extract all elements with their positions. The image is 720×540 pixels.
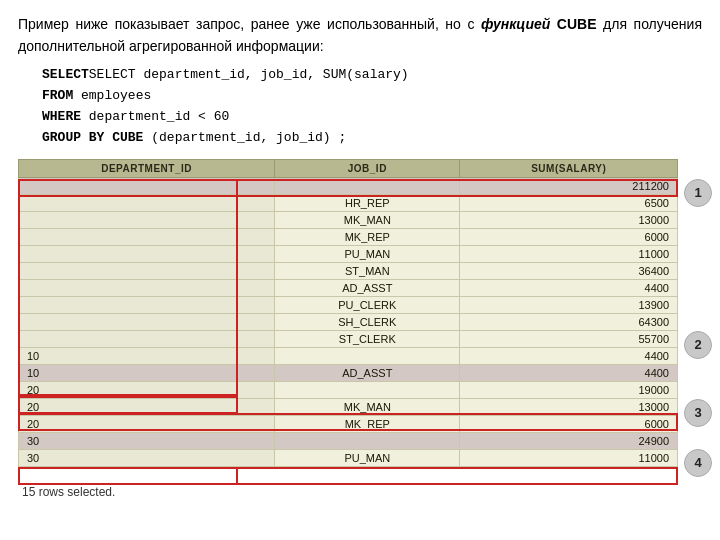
cell-job: PU_CLERK [275,296,460,313]
intro-paragraph: Пример ниже показывает запрос, ранее уже… [18,14,702,57]
cell-salary: 13000 [460,211,678,228]
badge-4: 4 [684,449,712,477]
code-line2-text: employees [73,88,151,103]
cell-dept [19,194,275,211]
red-outline-highlighted3 [18,467,678,485]
cell-job [275,347,460,364]
col-header-dept: DEPARTMENT_ID [19,159,275,177]
cell-job: MK_MAN [275,398,460,415]
col-header-job: JOB_ID [275,159,460,177]
cell-job [275,381,460,398]
cell-job: SH_CLERK [275,313,460,330]
cell-salary: 11000 [460,449,678,466]
cell-salary: 6500 [460,194,678,211]
rows-selected: 15 rows selected. [22,485,702,499]
cell-salary: 55700 [460,330,678,347]
code-line4-text: (department_id, job_id) ; [143,130,346,145]
intro-text-part1: Пример ниже показывает запрос, ранее уже… [18,16,481,32]
table-row: ST_MAN36400 [19,262,678,279]
cell-dept: 10 [19,364,275,381]
cell-salary: 11000 [460,245,678,262]
red-outline-group3 [18,467,238,485]
cell-dept [19,279,275,296]
intro-bold-italic: функцией [481,16,550,32]
cell-salary: 13900 [460,296,678,313]
cell-job: ST_CLERK [275,330,460,347]
table-row: PU_CLERK13900 [19,296,678,313]
cell-job [275,432,460,449]
table-container: DEPARTMENT_ID JOB_ID SUM(SALARY) 211200H… [18,159,678,467]
table-row: 30PU_MAN11000 [19,449,678,466]
badge-1: 1 [684,179,712,207]
cell-salary: 4400 [460,279,678,296]
cell-job: PU_MAN [275,449,460,466]
cell-dept [19,211,275,228]
data-table: DEPARTMENT_ID JOB_ID SUM(SALARY) 211200H… [18,159,678,467]
cell-dept: 30 [19,432,275,449]
cell-salary: 19000 [460,381,678,398]
table-row: 20MK_MAN13000 [19,398,678,415]
table-row: AD_ASST4400 [19,279,678,296]
table-row: 211200 [19,177,678,194]
code-line-2: FROM employees [42,86,702,107]
cell-salary: 6000 [460,228,678,245]
cell-salary: 211200 [460,177,678,194]
cell-salary: 24900 [460,432,678,449]
code-line-1: SELECTSELECT department_id, job_id, SUM(… [42,65,702,86]
cell-salary: 4400 [460,364,678,381]
badge-3: 3 [684,399,712,427]
cell-dept: 20 [19,415,275,432]
cell-job: MK_REP [275,415,460,432]
cell-job: AD_ASST [275,364,460,381]
cell-job: ST_MAN [275,262,460,279]
cell-dept [19,245,275,262]
cell-dept [19,262,275,279]
table-row: 3024900 [19,432,678,449]
main-container: Пример ниже показывает запрос, ранее уже… [0,0,720,509]
cell-dept: 30 [19,449,275,466]
cell-dept [19,313,275,330]
cell-job [275,177,460,194]
cell-dept: 10 [19,347,275,364]
cell-dept [19,177,275,194]
code-line-3: WHERE department_id < 60 [42,107,702,128]
cell-salary: 36400 [460,262,678,279]
badge-2: 2 [684,331,712,359]
code-line1-text: SELECT department_id, job_id, SUM(salary… [89,67,409,82]
table-row: MK_REP6000 [19,228,678,245]
cell-dept: 20 [19,381,275,398]
cell-job: AD_ASST [275,279,460,296]
cell-job: MK_MAN [275,211,460,228]
table-row: 2019000 [19,381,678,398]
table-row: ST_CLERK55700 [19,330,678,347]
table-row: HR_REP6500 [19,194,678,211]
code-line3-text: department_id < 60 [81,109,229,124]
cell-salary: 64300 [460,313,678,330]
intro-cube: CUBE [550,16,596,32]
table-row: 104400 [19,347,678,364]
cell-dept [19,296,275,313]
table-section: DEPARTMENT_ID JOB_ID SUM(SALARY) 211200H… [18,159,702,481]
cell-job: HR_REP [275,194,460,211]
cell-dept: 20 [19,398,275,415]
table-row: SH_CLERK64300 [19,313,678,330]
cell-job: MK_REP [275,228,460,245]
cell-dept [19,330,275,347]
numbered-badges: 1 2 3 4 [684,179,712,481]
table-row: 20MK_REP6000 [19,415,678,432]
cell-salary: 4400 [460,347,678,364]
cell-job: PU_MAN [275,245,460,262]
cell-salary: 6000 [460,415,678,432]
code-block: SELECTSELECT department_id, job_id, SUM(… [42,65,702,148]
cell-dept [19,228,275,245]
code-line-4: GROUP BY CUBE (department_id, job_id) ; [42,128,702,149]
col-header-salary: SUM(SALARY) [460,159,678,177]
table-row: 10AD_ASST4400 [19,364,678,381]
table-row: MK_MAN13000 [19,211,678,228]
table-row: PU_MAN11000 [19,245,678,262]
cell-salary: 13000 [460,398,678,415]
